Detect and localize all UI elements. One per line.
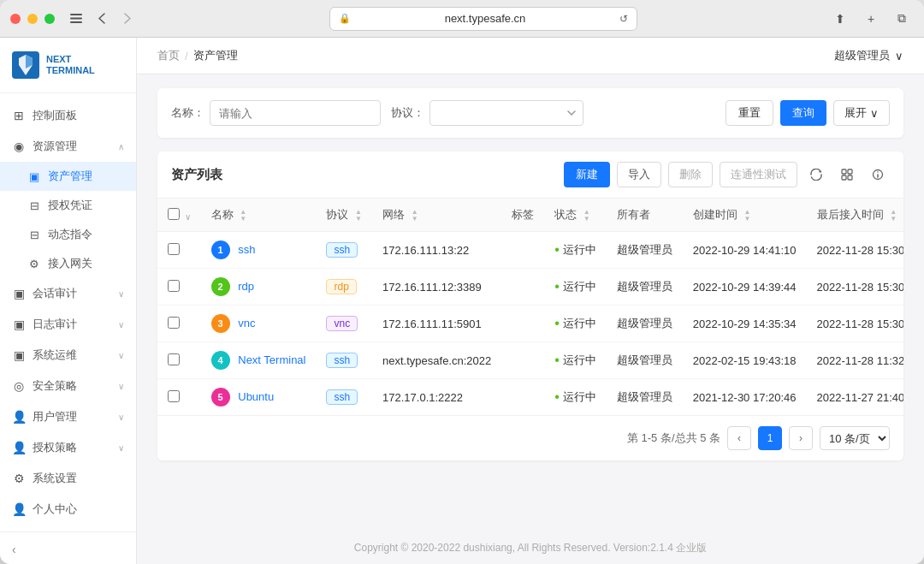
col-network: 网络 ▲▼ [372, 199, 501, 232]
more-settings-button[interactable] [866, 163, 890, 187]
expand-label: 展开 [844, 105, 867, 121]
maximize-button[interactable] [44, 14, 55, 24]
sidebar-toggle-button[interactable] [65, 10, 87, 27]
new-button[interactable]: 新建 [564, 162, 610, 187]
expand-button[interactable]: 展开 ∨ [833, 100, 890, 126]
name-sort-icon[interactable]: ▲▼ [240, 209, 246, 223]
sidebar-item-sys-settings[interactable]: ⚙ 系统设置 [0, 463, 136, 494]
footer-text: Copyright © 2020-2022 dushixiang, All Ri… [354, 542, 707, 554]
col-owner: 所有者 [607, 199, 683, 232]
security-expand-icon: ∨ [118, 382, 124, 391]
status-sort-icon[interactable]: ▲▼ [583, 209, 590, 223]
svg-rect-6 [842, 169, 846, 174]
protocol-select[interactable]: SSH RDP VNC [429, 100, 583, 126]
page-info: 第 1-5 条/总共 5 条 [627, 430, 720, 446]
sidebar-item-profile[interactable]: 👤 个人中心 [0, 494, 136, 525]
collapse-button[interactable]: ‹ [12, 543, 16, 556]
asset-name-link[interactable]: vnc [238, 317, 255, 329]
nav-forward-button[interactable] [116, 10, 139, 27]
sidebar-label-auth-policy: 授权策略 [33, 440, 77, 455]
row-network: next.typesafe.cn:2022 [372, 342, 501, 379]
row-check [157, 269, 201, 306]
import-button[interactable]: 导入 [617, 162, 661, 187]
row-check [157, 379, 201, 416]
address-bar[interactable]: 🔒 next.typesafe.cn ↺ [329, 7, 637, 31]
sidebar-item-sys-ops[interactable]: ▣ 系统运维 ∨ [0, 340, 136, 371]
page-1-button[interactable]: 1 [758, 426, 782, 450]
nav-back-button[interactable] [91, 10, 113, 27]
row-checkbox[interactable] [168, 353, 180, 365]
status-dot: 运行中 [554, 389, 596, 405]
access-sort-icon[interactable]: ▲▼ [890, 209, 897, 223]
session-audit-icon: ▣ [12, 287, 26, 300]
delete-button[interactable]: 删除 [668, 162, 713, 187]
user-area[interactable]: 超级管理员 ∨ [834, 48, 903, 63]
svg-rect-7 [848, 169, 852, 174]
prev-page-button[interactable]: ‹ [727, 426, 751, 450]
status-dot: 运行中 [554, 242, 596, 258]
search-name-input[interactable] [210, 100, 381, 126]
row-protocol: rdp [316, 269, 372, 306]
session-expand-icon: ∨ [118, 289, 124, 299]
sidebar-label-asset-mgmt: 资产管理 [48, 169, 92, 184]
row-last-access: 2022-11-28 15:30:38 [807, 306, 903, 342]
protocol-label: 协议： [391, 105, 424, 121]
status-dot: 运行中 [554, 279, 596, 294]
per-page-select[interactable]: 10 条/页 20 条/页 50 条/页 [820, 426, 890, 450]
column-settings-button[interactable] [835, 163, 859, 187]
new-tab-button[interactable]: + [859, 7, 883, 31]
minimize-button[interactable] [27, 14, 38, 24]
sidebar-item-dyn-cmd[interactable]: ⊟ 动态指令 [0, 220, 136, 249]
col-status: 状态 ▲▼ [544, 199, 607, 232]
sidebar-item-asset-mgmt[interactable]: ▣ 资产管理 [0, 162, 136, 191]
sidebar-item-auth-cred[interactable]: ⊟ 授权凭证 [0, 191, 136, 220]
breadcrumb-home[interactable]: 首页 [157, 48, 180, 63]
sidebar-item-session-audit[interactable]: ▣ 会话审计 ∨ [0, 278, 136, 309]
asset-name-link[interactable]: rdp [238, 280, 254, 293]
share-button[interactable]: ⬆ [828, 7, 852, 31]
security-icon: ◎ [12, 379, 26, 393]
auth-cred-icon: ⊟ [27, 199, 41, 212]
network-sort-icon[interactable]: ▲▼ [412, 209, 418, 223]
row-checkbox[interactable] [168, 243, 180, 255]
reset-button[interactable]: 重置 [726, 100, 773, 126]
row-tag [501, 269, 544, 306]
user-dropdown-icon: ∨ [895, 50, 903, 62]
sidebar-label-auth-cred: 授权凭证 [48, 198, 92, 213]
row-checkbox[interactable] [168, 390, 180, 402]
asset-table: ∨ 名称 ▲▼ 协议 ▲▼ [157, 199, 903, 415]
row-create-time: 2022-02-15 19:43:18 [683, 342, 807, 379]
protocol-sort-icon[interactable]: ▲▼ [355, 209, 362, 223]
reload-button[interactable]: ↺ [619, 13, 628, 25]
asset-name-link[interactable]: ssh [238, 243, 255, 256]
sidebar-label-gateway: 接入网关 [48, 256, 92, 271]
row-checkbox[interactable] [168, 280, 180, 292]
sidebar-item-log-audit[interactable]: ▣ 日志审计 ∨ [0, 309, 136, 340]
select-all-checkbox[interactable] [168, 208, 180, 220]
query-button[interactable]: 查询 [780, 100, 826, 126]
test-button[interactable]: 连通性测试 [720, 162, 797, 187]
row-owner: 超级管理员 [607, 342, 683, 379]
table-area: 资产列表 新建 导入 删除 连通性测试 [157, 151, 903, 460]
refresh-button[interactable] [804, 163, 828, 187]
create-sort-icon[interactable]: ▲▼ [743, 209, 750, 223]
app-window: 🔒 next.typesafe.cn ↺ ⬆ + ⧉ NEXT TERM [0, 0, 924, 564]
sidebar-item-security[interactable]: ◎ 安全策略 ∨ [0, 371, 136, 401]
close-button[interactable] [10, 14, 21, 24]
next-page-button[interactable]: › [789, 426, 813, 450]
row-owner: 超级管理员 [607, 379, 683, 416]
asset-name-link[interactable]: Next Terminal [238, 353, 305, 366]
row-protocol: ssh [316, 379, 372, 416]
row-checkbox[interactable] [168, 317, 180, 329]
protocol-tag: ssh [326, 353, 358, 368]
sidebar-item-user-mgmt[interactable]: 👤 用户管理 ∨ [0, 401, 136, 432]
row-number: 3 [211, 314, 230, 333]
asset-name-link[interactable]: Ubuntu [238, 390, 274, 403]
sidebar-button[interactable]: ⧉ [890, 7, 914, 31]
sidebar-item-dashboard[interactable]: ⊞ 控制面板 [0, 100, 136, 131]
col-protocol: 协议 ▲▼ [316, 199, 372, 232]
svg-rect-0 [70, 14, 82, 15]
sidebar-item-resource-mgmt[interactable]: ◉ 资源管理 ∧ [0, 131, 136, 162]
sidebar-item-auth-policy[interactable]: 👤 授权策略 ∨ [0, 432, 136, 463]
sidebar-item-gateway[interactable]: ⚙ 接入网关 [0, 249, 136, 278]
